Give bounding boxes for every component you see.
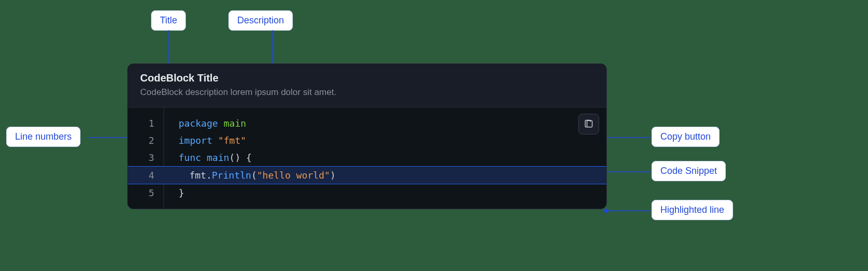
clipboard-icon <box>584 119 594 129</box>
codeblock-title: CodeBlock Title <box>140 72 594 84</box>
annotation-highlighted-line: Highlighted line <box>652 200 733 220</box>
line-number: 1 <box>128 115 164 132</box>
copy-button[interactable] <box>578 114 599 134</box>
line-number: 3 <box>128 149 164 166</box>
annotation-code-snippet: Code Snippet <box>652 161 726 181</box>
code-line: package main <box>164 115 606 132</box>
code-line: func main() { <box>164 149 606 166</box>
codeblock-header: CodeBlock Title CodeBlock description lo… <box>128 64 606 107</box>
annotation-description: Description <box>228 10 293 31</box>
code-area: package mainimport "fmt"func main() { fm… <box>164 107 606 209</box>
codeblock-body: 12345 package mainimport "fmt"func main(… <box>128 107 606 209</box>
annotation-title: Title <box>151 10 186 31</box>
connector-highlighted-line <box>603 207 655 218</box>
line-number: 5 <box>128 184 164 201</box>
code-line: import "fmt" <box>164 132 606 149</box>
code-line: } <box>164 184 606 201</box>
line-numbers-gutter: 12345 <box>128 107 164 209</box>
line-number: 4 <box>128 166 164 184</box>
svg-point-5 <box>605 209 608 213</box>
line-number: 2 <box>128 132 164 149</box>
annotation-line-numbers: Line numbers <box>6 127 80 147</box>
connector-code-snippet <box>600 168 657 179</box>
svg-rect-6 <box>587 120 592 127</box>
codeblock: CodeBlock Title CodeBlock description lo… <box>127 63 607 209</box>
code-line-highlighted: fmt.Println("hello world") <box>164 166 606 184</box>
annotation-copy-button: Copy button <box>652 127 720 147</box>
codeblock-description: CodeBlock description lorem ipsum dolor … <box>140 87 594 98</box>
